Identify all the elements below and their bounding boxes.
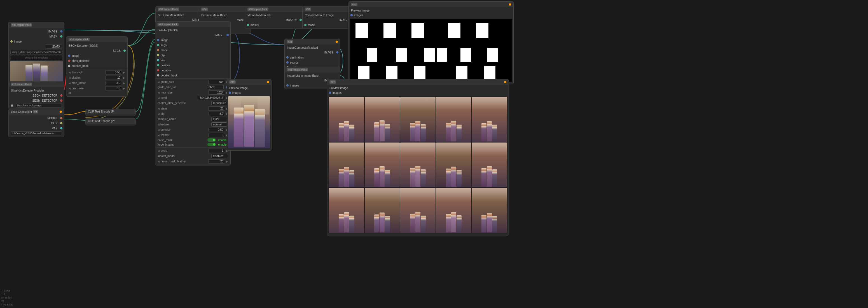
port-imgs-in[interactable] — [229, 92, 231, 94]
port-segs-in[interactable] — [157, 44, 159, 46]
model-select[interactable]: bbox/face_yolov8m.pt — [16, 103, 62, 107]
warn-dot — [336, 40, 338, 43]
bbox-title: BBOX Detector (SEGS) — [66, 43, 127, 48]
checkpoint-select[interactable]: v1-5name_v20HDPruned.safetensors — [11, 131, 62, 135]
white-rect — [437, 48, 447, 62]
port-mask-out[interactable] — [60, 35, 62, 37]
port-imgs-in[interactable] — [286, 84, 288, 87]
input-destination: destination — [285, 55, 340, 60]
guide-size-field: ◀ guide_size 384 ▶ — [155, 79, 230, 85]
preview-top-title: Preview Image — [349, 8, 514, 12]
image-data-field[interactable]: image_data:image/png;base64,/VBORwr0K — [10, 50, 62, 54]
input-source: source — [285, 60, 340, 65]
noise-mask-toggle[interactable] — [208, 138, 216, 142]
white-rects-preview — [350, 19, 512, 82]
convert-mask-title: Convert Mask to Image — [303, 13, 355, 18]
input-image: image — [155, 37, 230, 42]
masks-badge: #60 Impact Pack — [247, 7, 269, 11]
control-after-field: control_after_generate randomize — [155, 100, 230, 106]
model-row: bbox/face_yolov8m.pt — [9, 103, 64, 108]
img-list-badge: #61 Impact Pack — [287, 68, 308, 71]
input-positive: positive — [155, 63, 230, 68]
port-bbox-in[interactable] — [68, 60, 70, 62]
bbox-badge: #28 Impact Pack — [69, 38, 90, 41]
detailer-header: #63 Impact Pack — [155, 22, 230, 27]
sampler-combo[interactable]: euler — [211, 117, 228, 121]
port-img-out[interactable] — [226, 34, 229, 36]
output-image: IMAGE — [285, 50, 340, 55]
white-rect — [461, 48, 471, 62]
drop-size-field: ◀ drop_size 10 ▶ — [66, 86, 127, 91]
guide-size-combo[interactable]: bbox — [207, 85, 224, 89]
port-image-out[interactable] — [60, 30, 62, 32]
port-dest-in[interactable] — [286, 56, 288, 59]
port-model-in[interactable] — [11, 104, 13, 107]
port-img-in[interactable] — [10, 40, 12, 42]
preview-top-header: #53 — [349, 2, 514, 7]
dilation-field: ◀ dilation 10 ▶ — [66, 75, 127, 80]
port-vae-in[interactable] — [157, 59, 159, 61]
port-neg-in[interactable] — [157, 69, 159, 71]
port-hook-in[interactable] — [68, 65, 70, 67]
output-image: IMAGE — [9, 29, 64, 34]
port-clip-out[interactable] — [60, 122, 62, 124]
img-composite-badge: #21 — [287, 40, 293, 43]
port-masks-in[interactable] — [247, 24, 249, 26]
port-pos-in[interactable] — [157, 64, 159, 66]
port-bbox-out[interactable] — [60, 94, 62, 97]
clip-text1-title: CLIP Text Encode (Pr — [88, 110, 115, 113]
feather-field: ◀ feather 5 ▶ — [155, 132, 230, 138]
masks-to-list-node: #60 Impact Pack Masks to Mask List MASK … — [245, 6, 304, 29]
port-images-in[interactable] — [350, 14, 353, 16]
port-segs-out[interactable] — [123, 50, 126, 52]
segs-badge: #59 Impact Pack — [158, 7, 179, 11]
input-vae: vae — [155, 58, 230, 63]
output-mask-list: MASK !!! — [245, 18, 303, 22]
detailer-title: Detailer (SEGS) — [155, 28, 230, 32]
input-detailer-hook: detailer_hook — [66, 63, 127, 68]
port-source-in[interactable] — [286, 61, 288, 64]
stat-vram: 1.0 — [1, 292, 13, 296]
inpaint-combo[interactable]: disabled — [211, 154, 228, 158]
port-model-out[interactable] — [60, 117, 62, 119]
input-image: image — [9, 39, 64, 44]
control-combo[interactable]: randomize — [211, 101, 228, 105]
port-segm-out[interactable] — [60, 99, 62, 102]
image-composite-header: #21 — [285, 39, 340, 44]
checkpoint-model-row: v1-5name_v20HDPruned.safetensors — [9, 131, 64, 136]
port-img-in[interactable] — [157, 39, 159, 41]
input-bbox-detector: bbox_detector — [66, 58, 127, 63]
inpaint-model-field: inpaint_model disabled — [155, 153, 230, 159]
bbox-header: #28 Impact Pack — [66, 37, 127, 42]
max-size-field: ◀ max_size 1024 ▶ — [155, 90, 230, 95]
port-img-in[interactable] — [68, 55, 70, 57]
scheduler-combo[interactable]: normal — [211, 122, 228, 127]
port-imgs-in[interactable] — [329, 92, 331, 94]
port-img-out[interactable] — [336, 51, 338, 54]
crop-factor-field: ◀ crop_factor 3.0 ▶ — [66, 80, 127, 86]
clip-text2-title: CLIP Text Encode (Pr — [88, 120, 115, 123]
output-image: IMAGE — [155, 32, 230, 37]
masks-to-list-title: Masks to Mask List — [245, 13, 303, 18]
port-model-in[interactable] — [157, 49, 159, 51]
force-inpaint-field: force_inpaint enabled — [155, 142, 230, 147]
preview-top-node: #53 Preview Image images — [348, 1, 514, 84]
force-inpaint-toggle[interactable] — [208, 143, 216, 146]
file-upload[interactable]: choose file to upload — [10, 55, 62, 60]
ultralytics-header: #18 Impact Pack — [9, 82, 64, 87]
port-masklist-out[interactable] — [300, 19, 302, 21]
permute-title: Permute Mask Batch — [199, 13, 250, 18]
input-segs: segs — [155, 42, 230, 48]
convert-mask-node: #52 Convert Mask to Image IMAGE mask — [302, 6, 355, 29]
preview-right-header: #22 — [327, 79, 508, 85]
port-vae-out[interactable] — [60, 127, 62, 129]
data-field: #DATA — [9, 44, 64, 49]
port-mask-in[interactable] — [304, 24, 307, 26]
port-clip-in[interactable] — [157, 54, 159, 56]
clip-text2-header: CLIP Text Encode (Pr — [86, 118, 135, 124]
output-mask: MASK — [9, 34, 64, 39]
stat-q: 22 — [1, 300, 13, 303]
white-rect — [424, 48, 435, 62]
permute-mask-header: #64 — [199, 6, 250, 12]
port-hook-in[interactable] — [157, 74, 159, 76]
